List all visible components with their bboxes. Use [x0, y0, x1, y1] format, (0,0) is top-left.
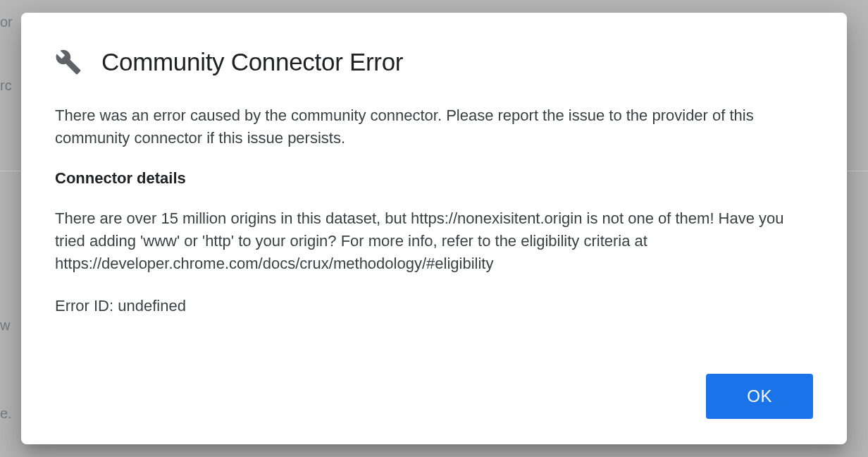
- error-intro-text: There was an error caused by the communi…: [55, 104, 813, 150]
- background-text-fragment: w: [0, 317, 10, 334]
- background-text-fragment: rc: [0, 78, 12, 94]
- dialog-header: Community Connector Error: [55, 48, 813, 76]
- dialog-actions: OK: [55, 374, 813, 419]
- ok-button[interactable]: OK: [706, 374, 813, 419]
- connector-details-text: There are over 15 million origins in thi…: [55, 207, 813, 275]
- error-dialog: Community Connector Error There was an e…: [21, 13, 847, 444]
- dialog-title: Community Connector Error: [101, 48, 403, 76]
- wrench-icon: [55, 49, 82, 75]
- error-id-label: Error ID:: [55, 297, 118, 315]
- error-id-line: Error ID: undefined: [55, 295, 813, 317]
- background-text-fragment: e.: [0, 406, 12, 422]
- connector-details-heading: Connector details: [55, 169, 813, 188]
- error-id-value: undefined: [118, 297, 186, 315]
- background-text-fragment: or: [0, 14, 13, 30]
- dialog-body: There was an error caused by the communi…: [55, 104, 813, 374]
